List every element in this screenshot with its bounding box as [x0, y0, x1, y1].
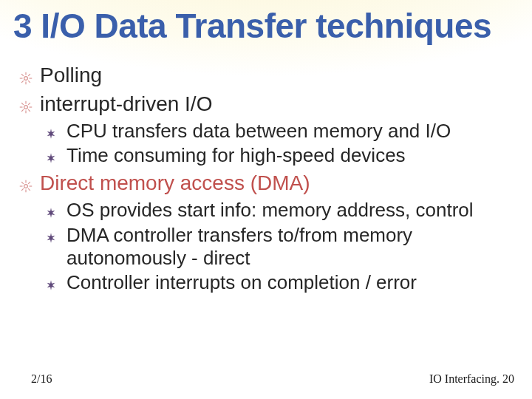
sunburst-filled-icon — [43, 121, 59, 144]
sunburst-filled-icon — [43, 273, 59, 296]
bullet-text: Controller interrupts on completion / er… — [66, 271, 417, 293]
sunburst-icon — [18, 92, 34, 118]
sunburst-filled-icon — [43, 146, 59, 168]
bullet-text: interrupt-driven I/O — [40, 92, 212, 115]
subbullet-controller-interrupts: Controller interrupts on completion / er… — [15, 271, 510, 294]
bullet-text: DMA controller transfers to/from memory … — [66, 224, 412, 269]
footer-date: 2/16 — [31, 372, 52, 386]
slide-body: Polling interrupt-driven I/O CPU transfe… — [15, 59, 510, 296]
sunburst-icon — [18, 171, 34, 197]
svg-line-6 — [28, 81, 30, 83]
bullet-interrupt-driven: interrupt-driven I/O — [15, 91, 510, 117]
bullet-text: Polling — [40, 64, 102, 86]
bullet-text: Time consuming for high-speed devices — [66, 144, 406, 166]
svg-line-26 — [28, 183, 30, 185]
svg-point-18 — [24, 185, 28, 188]
svg-line-7 — [21, 81, 24, 83]
bullet-text: OS provides start info: memory address, … — [66, 199, 474, 221]
svg-line-5 — [21, 74, 24, 76]
sunburst-icon — [18, 64, 34, 89]
svg-line-15 — [28, 109, 30, 112]
svg-line-25 — [21, 189, 24, 191]
subbullet-cpu-transfers: CPU transfers data between memory and I/… — [15, 120, 510, 143]
bullet-text: Direct memory access (DMA) — [40, 171, 310, 194]
footer-page: IO Interfacing. 20 — [429, 372, 514, 386]
subbullet-dma-autonomous: DMA controller transfers to/from memory … — [15, 224, 510, 270]
bullet-dma: Direct memory access (DMA) — [15, 170, 510, 196]
sunburst-filled-icon — [43, 200, 59, 223]
svg-line-23 — [21, 183, 24, 185]
svg-line-17 — [28, 103, 30, 105]
svg-line-16 — [21, 109, 24, 112]
svg-point-9 — [24, 106, 28, 109]
svg-point-0 — [24, 77, 28, 81]
slide: 3 I/O Data Transfer techniques Polling — [0, 0, 532, 399]
svg-line-14 — [21, 103, 24, 105]
slide-title: 3 I/O Data Transfer techniques — [13, 6, 519, 46]
svg-line-8 — [28, 74, 30, 76]
subbullet-os-start-info: OS provides start info: memory address, … — [15, 199, 510, 222]
svg-line-24 — [28, 189, 30, 191]
bullet-polling: Polling — [15, 62, 510, 88]
subbullet-time-consuming: Time consuming for high-speed devices — [15, 144, 510, 167]
sunburst-filled-icon — [43, 225, 59, 248]
bullet-text: CPU transfers data between memory and I/… — [66, 120, 451, 142]
